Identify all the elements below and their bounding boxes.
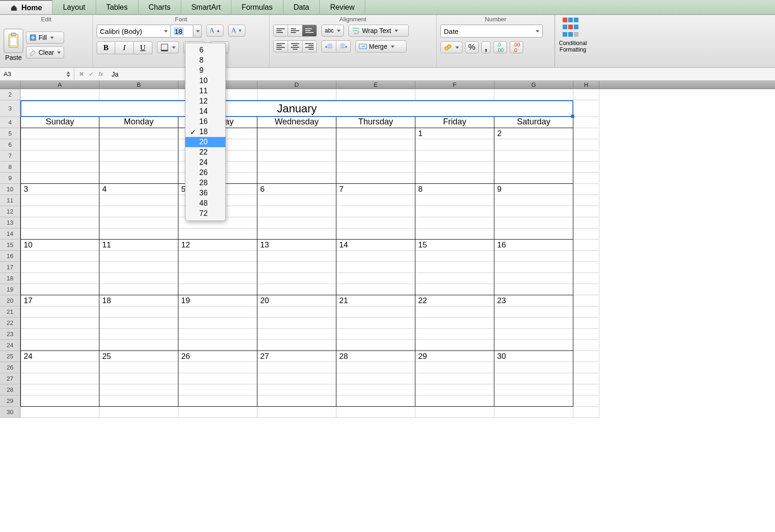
row-header[interactable]: 8 [0,162,20,173]
paste-button[interactable] [4,29,23,53]
row-header[interactable]: 13 [0,217,20,228]
tab-smartart[interactable]: SmartArt [181,0,231,14]
font-size-option[interactable]: 18 [185,127,225,137]
row-header[interactable]: 6 [0,139,20,150]
calendar-day[interactable]: 10 [20,240,99,295]
cell[interactable] [573,128,599,139]
row-header[interactable]: 2 [0,89,20,100]
calendar-day[interactable]: 22 [415,295,494,351]
row-header[interactable]: 22 [0,318,20,329]
font-size-option[interactable]: 72 [185,208,225,219]
font-size-option[interactable]: 11 [185,86,225,96]
cell[interactable] [573,340,599,351]
cell[interactable] [494,407,573,418]
font-size-option[interactable]: 22 [185,147,225,157]
border-button[interactable] [157,41,179,53]
row-header[interactable]: 10 [0,184,20,195]
row-header[interactable]: 16 [0,251,20,262]
calendar-day[interactable]: 9 [494,184,573,240]
row-header[interactable]: 5 [0,128,20,139]
align-top-button[interactable] [273,25,288,37]
calendar-day[interactable]: 14 [336,240,415,295]
cell[interactable] [573,251,599,262]
calendar-day[interactable]: 7 [336,184,415,240]
row-header[interactable]: 24 [0,340,20,351]
tab-charts[interactable]: Charts [138,0,181,14]
column-header[interactable]: F [415,81,494,89]
font-size-dropdown[interactable] [193,25,202,38]
cell[interactable] [573,195,599,206]
font-size-option[interactable]: 10 [185,76,225,86]
calendar-day[interactable]: 6 [257,184,336,240]
align-center-button[interactable] [288,40,302,52]
font-size-option[interactable]: 16 [185,117,225,127]
calendar-day[interactable]: 12 [178,240,257,295]
font-size-option[interactable]: 36 [185,188,225,198]
column-header[interactable]: H [573,81,599,89]
row-header[interactable]: 27 [0,373,20,384]
calendar-day[interactable]: 17 [20,295,99,351]
calendar-day[interactable]: 1 [415,128,494,184]
percent-button[interactable]: % [465,41,479,53]
align-left-button[interactable] [273,40,288,52]
cancel-icon[interactable]: ✖ [79,71,84,78]
tab-layout[interactable]: Layout [53,0,96,14]
shrink-font-button[interactable]: A▼ [228,25,245,37]
conditional-formatting-button[interactable]: Conditional Formatting [555,15,591,67]
calendar-day[interactable]: 19 [178,295,257,351]
cell[interactable] [257,407,336,418]
calendar-day[interactable]: 23 [494,295,573,351]
row-header[interactable]: 19 [0,284,20,295]
clear-button[interactable]: Clear [26,46,64,58]
row-header[interactable]: 29 [0,396,20,407]
calendar-day[interactable]: 15 [415,240,494,295]
increase-decimal-button[interactable]: .0.00 [493,41,507,53]
cell[interactable] [573,162,599,173]
calendar-day[interactable]: 16 [494,240,573,295]
fx-icon[interactable]: fx [99,71,103,78]
decrease-indent-button[interactable] [322,40,336,52]
cell[interactable] [573,217,599,228]
calendar-day[interactable]: 29 [415,351,494,407]
tab-review[interactable]: Review [320,0,365,14]
calendar-day[interactable]: 2 [494,128,573,184]
number-format-combo[interactable]: Date [440,25,543,38]
tab-home[interactable]: Home [0,0,53,14]
cell[interactable] [573,206,599,217]
row-header[interactable]: 20 [0,295,20,306]
selected-cell[interactable]: January [20,100,573,117]
cell[interactable] [573,396,599,407]
calendar-day[interactable]: 24 [20,351,99,407]
row-header[interactable]: 28 [0,384,20,396]
row-header[interactable]: 23 [0,329,20,340]
cell[interactable] [573,262,599,273]
merge-button[interactable]: Merge [355,40,407,52]
font-size-option[interactable]: 8 [185,55,225,65]
cell[interactable] [415,407,494,418]
font-size-input[interactable]: 18 [171,25,193,38]
comma-button[interactable]: , [481,41,491,53]
font-size-option[interactable]: 9 [185,65,225,76]
calendar-day[interactable]: 3 [20,184,99,240]
currency-button[interactable] [440,41,462,53]
cell[interactable] [573,89,599,100]
cell[interactable] [257,89,336,100]
calendar-day[interactable]: 27 [257,351,336,407]
row-header[interactable]: 7 [0,150,20,162]
cell[interactable] [494,89,573,100]
cell[interactable] [336,407,415,418]
cell[interactable] [178,407,257,418]
fill-button[interactable]: Fill [26,32,64,44]
grow-font-button[interactable]: A▲ [206,25,223,37]
calendar-day[interactable]: 25 [99,351,178,407]
cell[interactable] [573,139,599,150]
calendar-day[interactable] [20,128,99,184]
cell[interactable] [573,407,599,418]
row-header[interactable]: 25 [0,351,20,362]
name-box-stepper[interactable] [66,71,70,77]
underline-button[interactable]: U [134,41,152,54]
cell[interactable] [573,295,599,306]
calendar-day[interactable]: 20 [257,295,336,351]
cell[interactable] [573,173,599,184]
column-header[interactable]: D [257,81,336,89]
